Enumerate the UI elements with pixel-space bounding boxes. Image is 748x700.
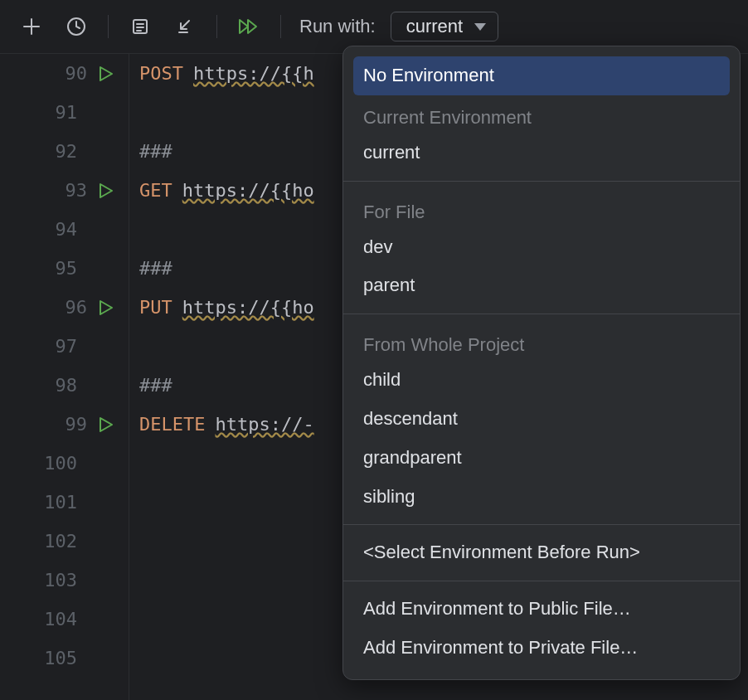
environment-select-value: current bbox=[406, 16, 463, 37]
line-number: 101 bbox=[0, 483, 129, 522]
environment-select[interactable]: current bbox=[391, 12, 498, 41]
request-url: https://{{h bbox=[193, 63, 314, 84]
line-number: 92 bbox=[0, 132, 129, 171]
run-icon[interactable] bbox=[97, 416, 114, 433]
toolbar-separator bbox=[108, 15, 109, 38]
dropdown-header-for-file: For File bbox=[343, 190, 740, 228]
line-number: 105 bbox=[0, 639, 129, 678]
dropdown-item-no-environment[interactable]: No Environment bbox=[353, 56, 730, 95]
http-method: PUT bbox=[139, 297, 172, 318]
line-number: 102 bbox=[0, 522, 129, 561]
run-with-label: Run with: bbox=[299, 16, 376, 37]
dropdown-separator bbox=[343, 181, 740, 182]
dropdown-separator bbox=[343, 524, 740, 525]
run-icon[interactable] bbox=[97, 182, 114, 199]
dropdown-item-grandparent[interactable]: grandparent bbox=[343, 439, 740, 478]
request-url: https://{{ho bbox=[182, 297, 314, 318]
dropdown-item-add-private[interactable]: Add Environment to Private File… bbox=[343, 629, 740, 668]
dropdown-item-current[interactable]: current bbox=[343, 134, 740, 173]
http-method: POST bbox=[139, 63, 183, 84]
line-number: 94 bbox=[0, 210, 129, 249]
history-icon[interactable] bbox=[61, 12, 91, 41]
structure-icon[interactable] bbox=[125, 12, 155, 41]
request-separator: ### bbox=[139, 258, 172, 279]
http-method: DELETE bbox=[139, 414, 205, 435]
dropdown-item-add-public[interactable]: Add Environment to Public File… bbox=[343, 590, 740, 629]
dropdown-header-project: From Whole Project bbox=[343, 323, 740, 361]
gutter: 90919293949596979899100101102103104105 bbox=[0, 54, 129, 700]
add-icon[interactable] bbox=[17, 12, 46, 41]
run-icon[interactable] bbox=[97, 66, 114, 82]
import-icon[interactable] bbox=[170, 12, 200, 41]
request-url: https://- bbox=[215, 414, 313, 435]
line-number: 104 bbox=[0, 600, 129, 639]
request-separator: ### bbox=[139, 141, 172, 162]
toolbar-separator bbox=[216, 15, 217, 38]
run-icon[interactable] bbox=[97, 299, 114, 316]
line-number: 91 bbox=[0, 93, 129, 132]
line-number: 93 bbox=[0, 171, 129, 210]
line-number: 95 bbox=[0, 249, 129, 288]
dropdown-item-select-before-run[interactable]: <Select Environment Before Run> bbox=[343, 533, 740, 572]
dropdown-separator bbox=[343, 581, 740, 581]
dropdown-item-descendant[interactable]: descendant bbox=[343, 400, 740, 439]
line-number: 98 bbox=[0, 366, 129, 405]
dropdown-item-dev[interactable]: dev bbox=[343, 228, 740, 267]
line-number: 90 bbox=[0, 54, 129, 93]
dropdown-item-parent[interactable]: parent bbox=[343, 266, 740, 305]
request-separator: ### bbox=[139, 375, 172, 396]
line-number: 99 bbox=[0, 405, 129, 444]
dropdown-item-child[interactable]: child bbox=[343, 361, 740, 400]
line-number: 103 bbox=[0, 561, 129, 600]
http-method: GET bbox=[139, 180, 172, 201]
dropdown-item-sibling[interactable]: sibling bbox=[343, 478, 740, 517]
dropdown-header-current: Current Environment bbox=[343, 95, 740, 134]
chevron-down-icon bbox=[474, 23, 486, 31]
line-number: 96 bbox=[0, 288, 129, 327]
toolbar-separator bbox=[280, 15, 281, 38]
line-number: 97 bbox=[0, 327, 129, 366]
dropdown-separator bbox=[343, 314, 740, 314]
environment-dropdown: No Environment Current Environment curre… bbox=[342, 46, 741, 680]
run-all-icon[interactable] bbox=[234, 12, 264, 41]
request-url: https://{{ho bbox=[182, 180, 314, 201]
line-number: 100 bbox=[0, 444, 129, 483]
